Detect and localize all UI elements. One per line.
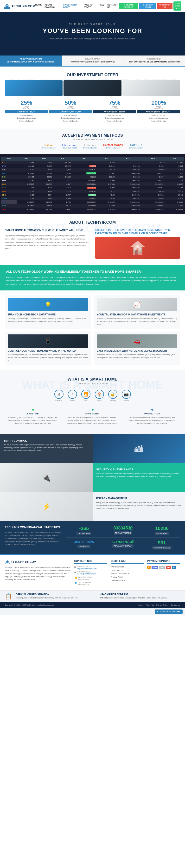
footer-link-partner[interactable]: Find a partner — [111, 569, 143, 571]
reg-address-title: HEAD OFFICE ADDRESS — [100, 593, 180, 596]
support-value: support@techhyip.com — [77, 567, 97, 569]
feature-card-3-title: CONTROL YOUR HOME FROM ANYWHERE IN THE W… — [8, 349, 88, 352]
tab-reg-label: JOIN OUR BEST-IN-CLASS SMART HOME ECOSYS… — [125, 61, 184, 63]
plan-1-hours: 24 HOURS — [5, 108, 48, 110]
hero-section: THE EASY SMART HOME YOU'VE BEEN LOOKING … — [0, 12, 185, 56]
table-row: ONT 0.7498 0.6615 46.16 0.0000889 0.7498… — [1, 204, 184, 208]
plan-3-amount: AMOUNT: $3,000 – $10,000 — [93, 110, 136, 114]
nav-about[interactable]: ABOUT COMPANY — [45, 4, 60, 8]
table-row: ADA 0.04478 0.03950 2.756 0.00000531 0.0… — [1, 200, 184, 204]
time-title: SAVE TIME — [7, 412, 58, 415]
ethereum-link[interactable]: Download wallet — [62, 147, 77, 149]
stat-date: Jan 30, 2025 — [66, 540, 102, 544]
nav-how[interactable]: HOW TO START — [84, 4, 97, 8]
rate-table-section: Pair USD EUR RUB BTC USD BTC NCD TRY BTC… — [0, 154, 185, 214]
control-energy: ENERGY MANAGEMENT Every year we waste en… — [92, 492, 185, 521]
payment-payeer: PAYEER Download wallet — [129, 144, 143, 149]
footer-link-faq[interactable]: FAQ SECTION — [111, 566, 143, 568]
tab-howto-title: HOW TO START — [63, 58, 122, 60]
bitcoin-link[interactable]: Download wallet — [42, 147, 56, 149]
tab-howto[interactable]: HOW TO START HOW TO START WORKING WITH O… — [62, 56, 124, 66]
table-row: EOS 4.095 3.614 252.1 0.0004862 4.095 0.… — [1, 179, 184, 182]
footer-nav-about[interactable]: About Us — [146, 604, 154, 606]
tab-registration[interactable]: REGISTRATION JOIN OUR BEST-IN-CLASS SMAR… — [124, 56, 185, 66]
stats-title: TECHHYIP.COM FINANCIAL STATISTICS — [5, 526, 62, 529]
online-badge: online SINCE 2018 — [174, 1, 181, 10]
contact-value: admin@techhyip.com — [77, 573, 96, 575]
footer-facebook: 👍 FACEBOOK PAGE coming soon — [74, 576, 107, 580]
devices-img: 🔌 — [0, 463, 92, 492]
table-row: ZEC 45.26 39.94 2,787 0.005371 45.26 0.0… — [1, 193, 184, 197]
smart-icon-lock: 🔒 Security — [108, 390, 117, 401]
payment-litecoin: Ł litecoin Download wallet — [83, 144, 97, 149]
stats-section: TECHHYIP.COM FINANCIAL STATISTICS We hav… — [0, 521, 185, 554]
feature-card-2-img: 📈 — [97, 298, 178, 311]
payment-section: ACCEPTED PAYMENT METHODS SECURE PAYMENT … — [0, 128, 185, 154]
footer-contact-email: ✉ CONTACT EMAIL admin@techhyip.com — [74, 571, 107, 575]
stat-visitors-label: VISITORS ONLINE — [152, 546, 171, 550]
tab-about[interactable]: ABOUT TECHHYIP.COM LEARN MORE ABOUT OUR … — [0, 56, 62, 66]
create-account-button[interactable]: ✚ CREATE ACCOUNT — [119, 3, 138, 9]
nav-faq[interactable]: FAQ — [100, 4, 105, 8]
feature-card-1-text: Techhyip.com's intelligent home is the i… — [8, 317, 88, 323]
visitors-icon: ● — [157, 611, 158, 613]
plan-1-amount: AMOUNT: $50 – $1,000 — [5, 110, 48, 114]
footer-contacts: CONTACT INFO ✉ SUPPORT EMAIL support@tec… — [74, 560, 107, 586]
table-row: ETC 4.895 4.320 301.3 0.0005807 4.895 0.… — [1, 186, 184, 190]
col-rub: RUB — [53, 157, 72, 161]
footer-link-contact[interactable]: CONTACT PAGE — [111, 579, 143, 581]
footer-link-privacy[interactable]: Privacy Policy — [111, 576, 143, 578]
member-login-button[interactable]: ⊙ MEMBER LOGIN — [139, 3, 156, 9]
reg-address: 404 S/N (Power Street Road Number 9) Los… — [100, 596, 180, 599]
feature-card-4: 🚗 EASY INSTALLATION WITH AUTOMATIC DEVIC… — [94, 332, 180, 365]
smart-city-img: 🏙 — [92, 434, 185, 463]
payeer-link[interactable]: Download wallet — [129, 147, 143, 149]
tab-reg-title: REGISTRATION — [125, 58, 184, 60]
teal-banner: ALL OUR TECHNOLOGY WORKING SEAMLESSLY TO… — [0, 265, 185, 290]
smart-icon-monitor: 🖥 Smart TV — [54, 390, 63, 401]
footer-nav-home[interactable]: Home — [138, 604, 143, 606]
reg-left: OFFICIAL OF REGISTRATION Techhyip.com is… — [16, 593, 96, 599]
feature-card-3-img: 📱 — [8, 334, 88, 348]
footer-btc: ₿ — [147, 566, 151, 569]
nav-home[interactable]: HOME — [35, 4, 42, 8]
smart-icons-row: 🖥 Smart TV ♪ Music 📶 WiFi 🏠 Home 🔒 Secur… — [5, 390, 180, 401]
feature-cards-grid: 💡 TURN YOUR HOME INTO A SMART HOME Techh… — [5, 295, 180, 365]
footer-nav-contact[interactable]: Contact Us — [170, 604, 180, 606]
plan-3: 75% AFTER 24 HOURS AMOUNT: $3,000 – $10,… — [93, 99, 136, 123]
feature-card-2: 📈 YOUR TRUSTED ADVISOR IN SMART HOME INV… — [94, 295, 180, 329]
payment-bitcoin: ₿bitcoin Download wallet — [42, 144, 56, 149]
footer-link-terms[interactable]: TERMS OF SERVICE — [111, 572, 143, 575]
stat-withdrawn-label: TOTAL WITHDRAWN — [112, 545, 133, 548]
payeer-logo: PAYEER — [129, 144, 143, 147]
tab-about-label: LEARN MORE ABOUT OUR INNOVATIVE BUSINESS — [1, 61, 60, 63]
control-security-title: SECURITY & SURVEILLANCE — [96, 468, 182, 471]
about-section: ABOUT TECHHYIP.COM ABOUT TECHHYIP.COM SM… — [0, 214, 185, 265]
money-text: With our interactive system and just a f… — [67, 416, 118, 425]
litecoin-link[interactable]: Download wallet — [83, 147, 97, 149]
footer-nav-privacy[interactable]: Privacy Policy — [156, 604, 168, 606]
col-btc: BTC — [72, 157, 97, 161]
protect-title: PROTECT YOU — [127, 412, 178, 415]
about-left-title: SMART HOME AUTOMATION THE WHOLE FAMILY W… — [5, 228, 90, 232]
footer-pm: PM — [166, 566, 171, 569]
stat-days-label: DAYS ACTIVE — [77, 532, 91, 535]
payment-ethereum: ⬡ ethereum Download wallet — [62, 144, 77, 149]
stat-withdrawn-num: 174764576.94₾ — [105, 540, 141, 544]
plan-2: 50% AFTER 24 HOURS AMOUNT: $1,000 – $3,0… — [49, 99, 92, 123]
stat-investors-num: 10286 — [143, 526, 180, 531]
nav-contact[interactable]: CONTACT US — [107, 4, 118, 8]
footer-logo: ⬡ TECHHYIP.COM — [5, 560, 71, 564]
svg-rect-4 — [135, 250, 138, 255]
control-smart-title: SMART CONTROL — [4, 439, 89, 442]
plan-2-features: Lifetime contract Daily automatic earnin… — [49, 114, 92, 123]
stat-invested-label: TOTAL INVESTED — [114, 531, 132, 534]
nav-investment[interactable]: INVESTMENT OFFER — [63, 4, 81, 8]
house-graphic: 🏠 — [95, 237, 180, 259]
contact-us-button[interactable]: ✉ CONTACT US — [157, 3, 173, 9]
stat-investors-label: INVESTORS — [155, 532, 169, 535]
feature-card-3: 📱 CONTROL YOUR HOME FROM ANYWHERE IN THE… — [5, 332, 91, 365]
perfectmoney-link[interactable]: Download wallet — [103, 147, 123, 149]
visitors-row: ● Visitors ONLINE 931 — [0, 608, 185, 615]
investment-title: OUR INVESTMENT OFFER — [5, 72, 180, 78]
